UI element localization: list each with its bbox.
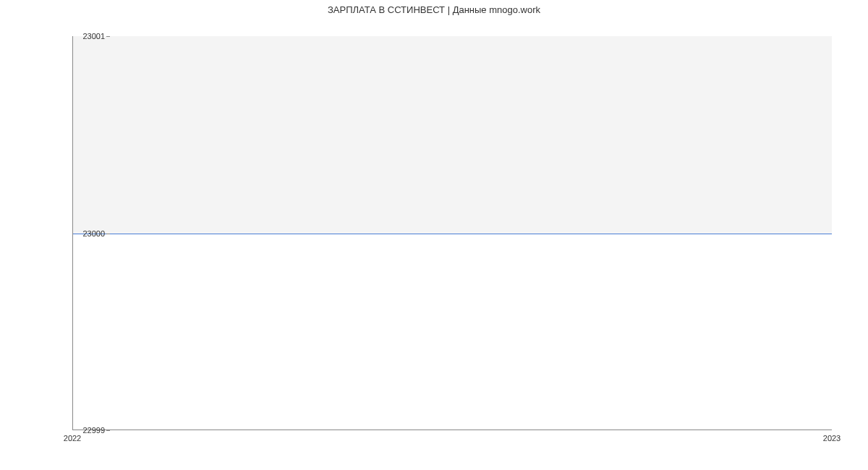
plot-bg-upper [72,36,832,234]
chart-title: ЗАРПЛАТА В ССТИНВЕСТ | Данные mnogo.work [0,0,868,20]
data-line [72,234,832,234]
y-tick-text: 22999 [82,426,105,435]
y-tick-label: 22999 [82,426,105,435]
y-tick-mark [106,430,110,431]
y-tick-label: 23000 [82,229,105,238]
y-tick-text: 23000 [82,229,105,238]
y-tick-mark [106,234,110,234]
y-tick-mark [106,36,110,37]
x-tick-label: 2023 [823,434,841,443]
plot-bg-lower [72,234,832,431]
y-axis [72,36,73,430]
y-tick-label: 23001 [82,32,105,40]
plot-area [72,36,832,430]
x-axis [72,430,832,430]
y-tick-text: 23001 [82,32,105,40]
x-tick-label: 2022 [64,434,81,443]
